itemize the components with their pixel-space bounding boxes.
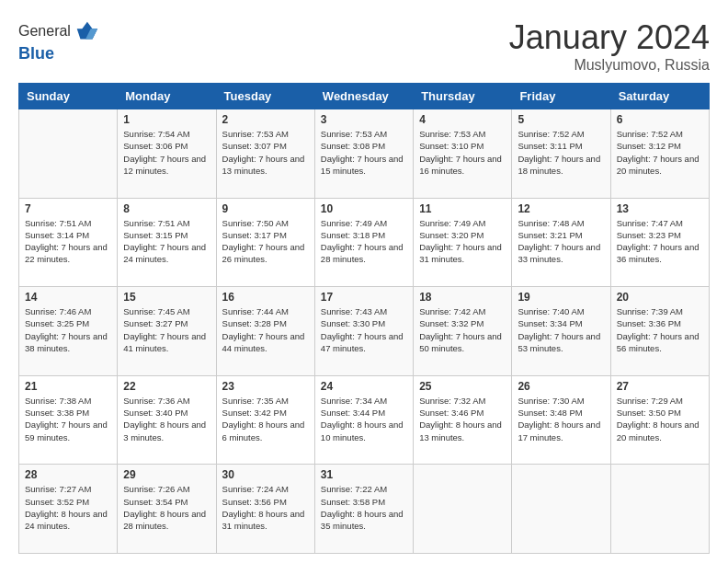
day-number: 6 bbox=[617, 113, 703, 126]
day-number: 20 bbox=[617, 291, 703, 304]
logo-blue-text: Blue bbox=[18, 44, 99, 63]
day-number: 19 bbox=[518, 291, 604, 304]
calendar-cell: 1Sunrise: 7:54 AMSunset: 3:06 PMDaylight… bbox=[118, 109, 216, 199]
day-number: 21 bbox=[25, 380, 111, 393]
calendar-cell: 22Sunrise: 7:36 AMSunset: 3:40 PMDayligh… bbox=[118, 375, 216, 465]
calendar-cell: 15Sunrise: 7:45 AMSunset: 3:27 PMDayligh… bbox=[118, 287, 216, 376]
calendar-cell: 21Sunrise: 7:38 AMSunset: 3:38 PMDayligh… bbox=[19, 375, 118, 465]
calendar-cell: 20Sunrise: 7:39 AMSunset: 3:36 PMDayligh… bbox=[610, 287, 709, 376]
weekday-monday: Monday bbox=[118, 84, 216, 109]
day-info: Sunrise: 7:54 AMSunset: 3:06 PMDaylight:… bbox=[123, 128, 210, 177]
weekday-wednesday: Wednesday bbox=[314, 84, 413, 109]
week-row-1: 1Sunrise: 7:54 AMSunset: 3:06 PMDaylight… bbox=[19, 109, 710, 199]
day-info: Sunrise: 7:45 AMSunset: 3:27 PMDaylight:… bbox=[123, 305, 210, 354]
calendar-cell: 18Sunrise: 7:42 AMSunset: 3:32 PMDayligh… bbox=[414, 287, 512, 376]
day-info: Sunrise: 7:49 AMSunset: 3:18 PMDaylight:… bbox=[321, 217, 407, 266]
calendar-cell bbox=[610, 465, 709, 554]
day-info: Sunrise: 7:50 AMSunset: 3:17 PMDaylight:… bbox=[222, 217, 309, 266]
day-info: Sunrise: 7:24 AMSunset: 3:56 PMDaylight:… bbox=[222, 483, 309, 532]
calendar-cell: 14Sunrise: 7:46 AMSunset: 3:25 PMDayligh… bbox=[19, 287, 118, 376]
day-info: Sunrise: 7:49 AMSunset: 3:20 PMDaylight:… bbox=[419, 217, 506, 266]
day-info: Sunrise: 7:48 AMSunset: 3:21 PMDaylight:… bbox=[518, 217, 604, 266]
calendar-cell bbox=[512, 465, 610, 554]
weekday-header-row: SundayMondayTuesdayWednesdayThursdayFrid… bbox=[19, 84, 710, 109]
day-info: Sunrise: 7:44 AMSunset: 3:28 PMDaylight:… bbox=[222, 305, 309, 354]
weekday-saturday: Saturday bbox=[610, 84, 709, 109]
day-info: Sunrise: 7:52 AMSunset: 3:12 PMDaylight:… bbox=[617, 128, 703, 177]
calendar-cell: 7Sunrise: 7:51 AMSunset: 3:14 PMDaylight… bbox=[19, 198, 118, 287]
calendar-cell bbox=[414, 465, 512, 554]
day-number: 4 bbox=[419, 113, 506, 126]
calendar-cell: 10Sunrise: 7:49 AMSunset: 3:18 PMDayligh… bbox=[314, 198, 413, 287]
day-info: Sunrise: 7:30 AMSunset: 3:48 PMDaylight:… bbox=[518, 395, 604, 443]
day-info: Sunrise: 7:42 AMSunset: 3:32 PMDaylight:… bbox=[419, 305, 506, 354]
day-number: 1 bbox=[123, 113, 210, 126]
calendar-cell: 25Sunrise: 7:32 AMSunset: 3:46 PMDayligh… bbox=[414, 375, 512, 465]
day-info: Sunrise: 7:29 AMSunset: 3:50 PMDaylight:… bbox=[617, 395, 703, 443]
calendar-cell: 6Sunrise: 7:52 AMSunset: 3:12 PMDaylight… bbox=[610, 109, 709, 199]
week-row-4: 21Sunrise: 7:38 AMSunset: 3:38 PMDayligh… bbox=[19, 375, 710, 465]
calendar-cell: 29Sunrise: 7:26 AMSunset: 3:54 PMDayligh… bbox=[118, 465, 216, 554]
day-number: 10 bbox=[321, 202, 407, 215]
calendar-cell: 31Sunrise: 7:22 AMSunset: 3:58 PMDayligh… bbox=[314, 465, 413, 554]
day-number: 28 bbox=[25, 468, 111, 481]
day-info: Sunrise: 7:32 AMSunset: 3:46 PMDaylight:… bbox=[419, 395, 506, 443]
calendar-cell: 4Sunrise: 7:53 AMSunset: 3:10 PMDaylight… bbox=[414, 109, 512, 199]
day-number: 8 bbox=[123, 202, 210, 215]
page: General Blue January 2024 Muslyumovo, Ru… bbox=[0, 0, 728, 563]
calendar-cell: 13Sunrise: 7:47 AMSunset: 3:23 PMDayligh… bbox=[610, 198, 709, 287]
calendar-cell: 5Sunrise: 7:52 AMSunset: 3:11 PMDaylight… bbox=[512, 109, 610, 199]
day-info: Sunrise: 7:36 AMSunset: 3:40 PMDaylight:… bbox=[123, 395, 210, 443]
day-number: 30 bbox=[222, 468, 309, 481]
weekday-thursday: Thursday bbox=[414, 84, 512, 109]
day-number: 5 bbox=[518, 113, 604, 126]
day-number: 9 bbox=[222, 202, 309, 215]
day-number: 2 bbox=[222, 113, 309, 126]
day-info: Sunrise: 7:39 AMSunset: 3:36 PMDaylight:… bbox=[617, 305, 703, 354]
day-info: Sunrise: 7:26 AMSunset: 3:54 PMDaylight:… bbox=[123, 483, 210, 532]
day-info: Sunrise: 7:47 AMSunset: 3:23 PMDaylight:… bbox=[617, 217, 703, 266]
day-number: 24 bbox=[321, 380, 407, 393]
calendar-cell: 19Sunrise: 7:40 AMSunset: 3:34 PMDayligh… bbox=[512, 287, 610, 376]
calendar-title: January 2024 bbox=[509, 18, 710, 57]
day-info: Sunrise: 7:34 AMSunset: 3:44 PMDaylight:… bbox=[321, 395, 407, 443]
header: General Blue January 2024 Muslyumovo, Ru… bbox=[18, 18, 710, 74]
day-info: Sunrise: 7:51 AMSunset: 3:14 PMDaylight:… bbox=[25, 217, 111, 266]
calendar-cell: 30Sunrise: 7:24 AMSunset: 3:56 PMDayligh… bbox=[216, 465, 314, 554]
week-row-5: 28Sunrise: 7:27 AMSunset: 3:52 PMDayligh… bbox=[19, 465, 710, 554]
weekday-friday: Friday bbox=[512, 84, 610, 109]
day-number: 26 bbox=[518, 380, 604, 393]
day-info: Sunrise: 7:27 AMSunset: 3:52 PMDaylight:… bbox=[25, 483, 111, 532]
day-info: Sunrise: 7:22 AMSunset: 3:58 PMDaylight:… bbox=[321, 483, 407, 532]
day-info: Sunrise: 7:43 AMSunset: 3:30 PMDaylight:… bbox=[321, 305, 407, 354]
calendar-cell: 9Sunrise: 7:50 AMSunset: 3:17 PMDaylight… bbox=[216, 198, 314, 287]
logo: General Blue bbox=[18, 18, 99, 63]
day-info: Sunrise: 7:53 AMSunset: 3:10 PMDaylight:… bbox=[419, 128, 506, 177]
day-number: 12 bbox=[518, 202, 604, 215]
calendar-cell: 12Sunrise: 7:48 AMSunset: 3:21 PMDayligh… bbox=[512, 198, 610, 287]
day-number: 11 bbox=[419, 202, 506, 215]
day-number: 22 bbox=[123, 380, 210, 393]
day-info: Sunrise: 7:51 AMSunset: 3:15 PMDaylight:… bbox=[123, 217, 210, 266]
weekday-sunday: Sunday bbox=[19, 84, 118, 109]
calendar-cell: 16Sunrise: 7:44 AMSunset: 3:28 PMDayligh… bbox=[216, 287, 314, 376]
day-number: 29 bbox=[123, 468, 210, 481]
day-number: 31 bbox=[321, 468, 407, 481]
day-info: Sunrise: 7:35 AMSunset: 3:42 PMDaylight:… bbox=[222, 395, 309, 443]
day-number: 25 bbox=[419, 380, 506, 393]
calendar-cell: 17Sunrise: 7:43 AMSunset: 3:30 PMDayligh… bbox=[314, 287, 413, 376]
day-number: 16 bbox=[222, 291, 309, 304]
week-row-3: 14Sunrise: 7:46 AMSunset: 3:25 PMDayligh… bbox=[19, 287, 710, 376]
calendar-cell: 8Sunrise: 7:51 AMSunset: 3:15 PMDaylight… bbox=[118, 198, 216, 287]
week-row-2: 7Sunrise: 7:51 AMSunset: 3:14 PMDaylight… bbox=[19, 198, 710, 287]
day-number: 15 bbox=[123, 291, 210, 304]
day-number: 23 bbox=[222, 380, 309, 393]
calendar-cell: 2Sunrise: 7:53 AMSunset: 3:07 PMDaylight… bbox=[216, 109, 314, 199]
day-number: 7 bbox=[25, 202, 111, 215]
calendar-cell: 27Sunrise: 7:29 AMSunset: 3:50 PMDayligh… bbox=[610, 375, 709, 465]
day-number: 14 bbox=[25, 291, 111, 304]
day-number: 17 bbox=[321, 291, 407, 304]
weekday-tuesday: Tuesday bbox=[216, 84, 314, 109]
calendar-cell: 11Sunrise: 7:49 AMSunset: 3:20 PMDayligh… bbox=[414, 198, 512, 287]
day-info: Sunrise: 7:38 AMSunset: 3:38 PMDaylight:… bbox=[25, 395, 111, 443]
